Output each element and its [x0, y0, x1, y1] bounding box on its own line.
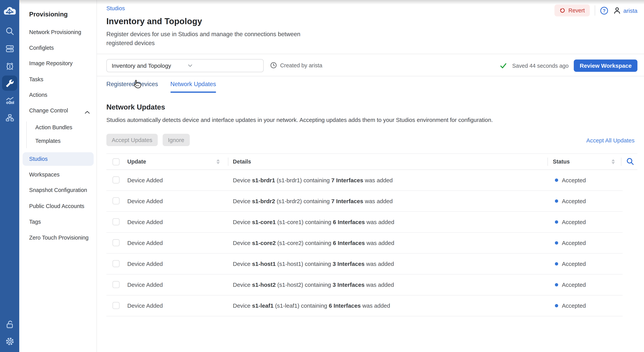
- subnav-guide-line: [26, 121, 27, 148]
- status-dot-icon: [555, 283, 558, 286]
- status-label: Accepted: [562, 219, 586, 225]
- device-inventory-icon[interactable]: [0, 42, 19, 54]
- sidebar-item-templates[interactable]: Templates: [35, 138, 60, 144]
- sidebar-item-network-provisioning[interactable]: Network Provisioning: [29, 29, 81, 35]
- row-checkbox[interactable]: [112, 281, 120, 288]
- sidebar-item-image-repository[interactable]: Image Repository: [29, 60, 73, 66]
- table-row: Device Added Device s1-host2 (s1-host2) …: [106, 275, 623, 296]
- sidebar-item-change-control[interactable]: Change Control: [29, 108, 68, 114]
- details-bold-segment: 3 Interfaces: [332, 282, 364, 288]
- column-divider: [228, 158, 228, 166]
- update-cell: Device Added: [127, 303, 163, 309]
- details-bold-segment: s1-leaf1: [252, 303, 274, 309]
- status-label: Accepted: [562, 261, 586, 267]
- status-label: Accepted: [562, 303, 586, 309]
- breadcrumb-studios-link[interactable]: Studios: [106, 5, 125, 11]
- sidebar-item-zero-touch-provisioning[interactable]: Zero Touch Provisioning: [29, 235, 89, 241]
- cloudvision-logo-icon[interactable]: [2, 6, 17, 16]
- sidebar-item-tasks[interactable]: Tasks: [29, 76, 44, 82]
- details-cell: Device s1-host2 (s1-host2) containing 3 …: [233, 282, 394, 288]
- details-segment: was added: [363, 177, 393, 183]
- sort-status-icon[interactable]: [612, 159, 615, 164]
- bulk-actions: Accept Updates Ignore: [106, 134, 190, 146]
- created-by: Created by arista: [270, 62, 322, 68]
- sidebar-item-actions[interactable]: Actions: [29, 92, 48, 98]
- user-menu[interactable]: arista: [613, 6, 638, 14]
- tab-network-updates[interactable]: Network Updates: [170, 76, 216, 93]
- sidebar-item-studios[interactable]: Studios: [23, 152, 94, 166]
- update-cell: Device Added: [127, 240, 163, 246]
- status-cell: Accepted: [555, 240, 586, 246]
- row-checkbox[interactable]: [112, 197, 120, 204]
- accept-updates-button[interactable]: Accept Updates: [106, 134, 158, 146]
- network-updates-table: Update Details Status Device Added Devic…: [106, 153, 638, 316]
- lock-open-icon[interactable]: [0, 318, 19, 330]
- app: Provisioning Network Provisioning Config…: [0, 0, 644, 352]
- undo-icon: [559, 7, 566, 13]
- sidebar-item-snapshot-configuration[interactable]: Snapshot Configuration: [29, 187, 87, 193]
- row-checkbox[interactable]: [112, 260, 120, 267]
- sidebar-item-tags[interactable]: Tags: [29, 219, 41, 225]
- details-segment: (s1-host2) containing: [276, 282, 332, 288]
- topology-icon[interactable]: [0, 112, 19, 124]
- sidebar-item-action-bundles[interactable]: Action Bundles: [35, 124, 72, 131]
- table-row: Device Added Device s1-leaf1 (s1-leaf1) …: [106, 296, 623, 316]
- ignore-button[interactable]: Ignore: [162, 134, 190, 146]
- sidebar-item-configlets[interactable]: Configlets: [29, 45, 54, 51]
- row-checkbox[interactable]: [112, 176, 120, 183]
- divider: [97, 54, 644, 54]
- table-row: Device Added Device s1-brdr1 (s1-brdr1) …: [106, 170, 623, 191]
- page-description: Register devices for use in Studios and …: [106, 30, 312, 48]
- page-title: Inventory and Topology: [106, 16, 202, 26]
- table-row: Device Added Device s1-brdr2 (s1-brdr2) …: [106, 191, 623, 212]
- details-cell: Device s1-host1 (s1-host1) containing 3 …: [233, 261, 394, 267]
- events-alarm-icon[interactable]: [0, 60, 19, 72]
- details-bold-segment: s1-host2: [252, 282, 276, 288]
- details-bold-segment: s1-brdr1: [252, 177, 275, 183]
- update-cell: Device Added: [127, 219, 163, 225]
- details-segment: was added: [361, 303, 390, 309]
- chevron-up-icon[interactable]: [85, 108, 90, 112]
- select-all-checkbox[interactable]: [112, 158, 120, 165]
- metrics-chart-icon[interactable]: [0, 94, 19, 107]
- sidebar-title: Provisioning: [29, 11, 68, 18]
- table-search-icon[interactable]: [626, 158, 634, 167]
- tab-registered-devices[interactable]: Registered Devices: [106, 76, 158, 93]
- status-dot-icon: [555, 200, 558, 203]
- details-segment: (s1-core2) containing: [276, 240, 333, 246]
- header-divider: [594, 5, 595, 16]
- clock-icon: [270, 62, 277, 68]
- update-cell: Device Added: [127, 177, 163, 183]
- column-divider: [548, 158, 548, 166]
- details-segment: was added: [364, 261, 394, 267]
- studio-select[interactable]: Inventory and Topology: [106, 59, 264, 72]
- details-segment: was added: [365, 240, 394, 246]
- provisioning-wrench-icon: [6, 79, 14, 87]
- settings-gear-icon[interactable]: [0, 335, 19, 348]
- created-by-label: Created by arista: [280, 62, 322, 68]
- sort-update-icon[interactable]: [216, 159, 220, 164]
- accept-all-updates-link[interactable]: Accept All Updates: [586, 137, 634, 144]
- row-checkbox[interactable]: [112, 218, 120, 225]
- help-icon[interactable]: ?: [600, 6, 608, 14]
- details-cell: Device s1-brdr1 (s1-brdr1) containing 7 …: [233, 177, 392, 183]
- status-cell: Accepted: [555, 198, 586, 204]
- provisioning-active-tile[interactable]: [2, 75, 17, 91]
- header-actions: Revert ? arista: [554, 4, 638, 16]
- table-header: Update Details Status: [106, 153, 638, 170]
- details-bold-segment: 3 Interfaces: [332, 261, 364, 267]
- row-checkbox[interactable]: [112, 239, 120, 246]
- details-segment: (s1-leaf1) containing: [274, 303, 329, 309]
- details-cell: Device s1-leaf1 (s1-leaf1) containing 6 …: [233, 303, 390, 309]
- sidebar-item-workspaces[interactable]: Workspaces: [29, 171, 60, 178]
- details-bold-segment: 7 Interfaces: [332, 177, 363, 183]
- saved-check-icon: [500, 62, 507, 69]
- revert-label: Revert: [568, 7, 585, 13]
- review-workspace-button[interactable]: Review Workspace: [574, 59, 638, 72]
- revert-button[interactable]: Revert: [554, 4, 590, 16]
- search-icon[interactable]: [0, 25, 19, 37]
- sidebar-item-public-cloud-accounts[interactable]: Public Cloud Accounts: [29, 203, 84, 209]
- row-checkbox[interactable]: [112, 302, 120, 309]
- table-body: Device Added Device s1-brdr1 (s1-brdr1) …: [106, 170, 638, 316]
- status-dot-icon: [555, 304, 558, 307]
